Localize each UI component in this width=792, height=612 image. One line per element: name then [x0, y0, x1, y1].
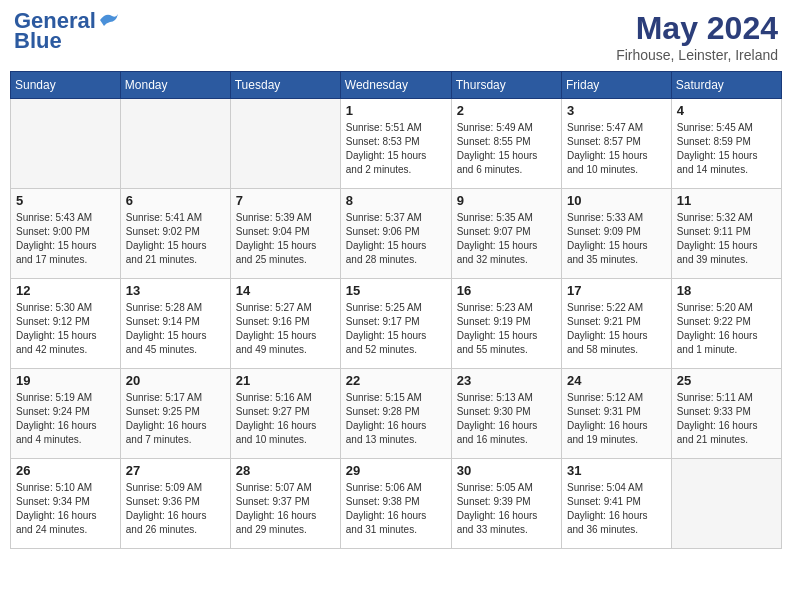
day-number: 5	[16, 193, 115, 208]
calendar-day: 5Sunrise: 5:43 AM Sunset: 9:00 PM Daylig…	[11, 189, 121, 279]
calendar-day: 31Sunrise: 5:04 AM Sunset: 9:41 PM Dayli…	[561, 459, 671, 549]
calendar-day: 19Sunrise: 5:19 AM Sunset: 9:24 PM Dayli…	[11, 369, 121, 459]
day-info: Sunrise: 5:16 AM Sunset: 9:27 PM Dayligh…	[236, 391, 335, 447]
weekday-header-saturday: Saturday	[671, 72, 781, 99]
calendar-day: 11Sunrise: 5:32 AM Sunset: 9:11 PM Dayli…	[671, 189, 781, 279]
day-info: Sunrise: 5:17 AM Sunset: 9:25 PM Dayligh…	[126, 391, 225, 447]
calendar-table: SundayMondayTuesdayWednesdayThursdayFrid…	[10, 71, 782, 549]
day-number: 24	[567, 373, 666, 388]
calendar-day: 10Sunrise: 5:33 AM Sunset: 9:09 PM Dayli…	[561, 189, 671, 279]
calendar-day: 21Sunrise: 5:16 AM Sunset: 9:27 PM Dayli…	[230, 369, 340, 459]
day-number: 6	[126, 193, 225, 208]
day-info: Sunrise: 5:32 AM Sunset: 9:11 PM Dayligh…	[677, 211, 776, 267]
day-number: 13	[126, 283, 225, 298]
day-number: 20	[126, 373, 225, 388]
day-info: Sunrise: 5:19 AM Sunset: 9:24 PM Dayligh…	[16, 391, 115, 447]
day-info: Sunrise: 5:10 AM Sunset: 9:34 PM Dayligh…	[16, 481, 115, 537]
weekday-header-wednesday: Wednesday	[340, 72, 451, 99]
calendar-day: 25Sunrise: 5:11 AM Sunset: 9:33 PM Dayli…	[671, 369, 781, 459]
day-info: Sunrise: 5:43 AM Sunset: 9:00 PM Dayligh…	[16, 211, 115, 267]
day-info: Sunrise: 5:49 AM Sunset: 8:55 PM Dayligh…	[457, 121, 556, 177]
calendar-week-5: 26Sunrise: 5:10 AM Sunset: 9:34 PM Dayli…	[11, 459, 782, 549]
day-info: Sunrise: 5:20 AM Sunset: 9:22 PM Dayligh…	[677, 301, 776, 357]
calendar-day: 13Sunrise: 5:28 AM Sunset: 9:14 PM Dayli…	[120, 279, 230, 369]
weekday-header-friday: Friday	[561, 72, 671, 99]
calendar-week-1: 1Sunrise: 5:51 AM Sunset: 8:53 PM Daylig…	[11, 99, 782, 189]
weekday-header-monday: Monday	[120, 72, 230, 99]
calendar-day: 12Sunrise: 5:30 AM Sunset: 9:12 PM Dayli…	[11, 279, 121, 369]
title-section: May 2024 Firhouse, Leinster, Ireland	[616, 10, 778, 63]
logo: General Blue	[14, 10, 120, 54]
calendar-day: 28Sunrise: 5:07 AM Sunset: 9:37 PM Dayli…	[230, 459, 340, 549]
day-number: 3	[567, 103, 666, 118]
day-info: Sunrise: 5:06 AM Sunset: 9:38 PM Dayligh…	[346, 481, 446, 537]
day-number: 18	[677, 283, 776, 298]
day-info: Sunrise: 5:27 AM Sunset: 9:16 PM Dayligh…	[236, 301, 335, 357]
logo-bird-icon	[98, 10, 120, 28]
day-number: 19	[16, 373, 115, 388]
calendar-day: 22Sunrise: 5:15 AM Sunset: 9:28 PM Dayli…	[340, 369, 451, 459]
day-info: Sunrise: 5:23 AM Sunset: 9:19 PM Dayligh…	[457, 301, 556, 357]
day-number: 16	[457, 283, 556, 298]
calendar-day: 20Sunrise: 5:17 AM Sunset: 9:25 PM Dayli…	[120, 369, 230, 459]
day-info: Sunrise: 5:37 AM Sunset: 9:06 PM Dayligh…	[346, 211, 446, 267]
day-number: 25	[677, 373, 776, 388]
day-number: 22	[346, 373, 446, 388]
calendar-week-2: 5Sunrise: 5:43 AM Sunset: 9:00 PM Daylig…	[11, 189, 782, 279]
day-info: Sunrise: 5:47 AM Sunset: 8:57 PM Dayligh…	[567, 121, 666, 177]
calendar-day: 9Sunrise: 5:35 AM Sunset: 9:07 PM Daylig…	[451, 189, 561, 279]
day-number: 17	[567, 283, 666, 298]
calendar-day: 4Sunrise: 5:45 AM Sunset: 8:59 PM Daylig…	[671, 99, 781, 189]
day-number: 14	[236, 283, 335, 298]
day-number: 11	[677, 193, 776, 208]
day-number: 21	[236, 373, 335, 388]
month-year-title: May 2024	[616, 10, 778, 47]
calendar-day: 23Sunrise: 5:13 AM Sunset: 9:30 PM Dayli…	[451, 369, 561, 459]
day-number: 31	[567, 463, 666, 478]
day-info: Sunrise: 5:05 AM Sunset: 9:39 PM Dayligh…	[457, 481, 556, 537]
day-info: Sunrise: 5:22 AM Sunset: 9:21 PM Dayligh…	[567, 301, 666, 357]
calendar-day: 18Sunrise: 5:20 AM Sunset: 9:22 PM Dayli…	[671, 279, 781, 369]
calendar-day: 8Sunrise: 5:37 AM Sunset: 9:06 PM Daylig…	[340, 189, 451, 279]
calendar-week-3: 12Sunrise: 5:30 AM Sunset: 9:12 PM Dayli…	[11, 279, 782, 369]
day-info: Sunrise: 5:09 AM Sunset: 9:36 PM Dayligh…	[126, 481, 225, 537]
day-number: 15	[346, 283, 446, 298]
day-info: Sunrise: 5:45 AM Sunset: 8:59 PM Dayligh…	[677, 121, 776, 177]
day-number: 23	[457, 373, 556, 388]
day-info: Sunrise: 5:13 AM Sunset: 9:30 PM Dayligh…	[457, 391, 556, 447]
day-info: Sunrise: 5:07 AM Sunset: 9:37 PM Dayligh…	[236, 481, 335, 537]
location-subtitle: Firhouse, Leinster, Ireland	[616, 47, 778, 63]
day-info: Sunrise: 5:51 AM Sunset: 8:53 PM Dayligh…	[346, 121, 446, 177]
page-header: General Blue May 2024 Firhouse, Leinster…	[10, 10, 782, 63]
day-number: 10	[567, 193, 666, 208]
day-number: 27	[126, 463, 225, 478]
day-number: 28	[236, 463, 335, 478]
weekday-header-tuesday: Tuesday	[230, 72, 340, 99]
calendar-day: 6Sunrise: 5:41 AM Sunset: 9:02 PM Daylig…	[120, 189, 230, 279]
day-number: 7	[236, 193, 335, 208]
calendar-day	[11, 99, 121, 189]
calendar-day	[230, 99, 340, 189]
day-info: Sunrise: 5:28 AM Sunset: 9:14 PM Dayligh…	[126, 301, 225, 357]
day-number: 8	[346, 193, 446, 208]
day-number: 2	[457, 103, 556, 118]
day-number: 12	[16, 283, 115, 298]
day-number: 26	[16, 463, 115, 478]
calendar-day: 29Sunrise: 5:06 AM Sunset: 9:38 PM Dayli…	[340, 459, 451, 549]
day-number: 29	[346, 463, 446, 478]
weekday-header-row: SundayMondayTuesdayWednesdayThursdayFrid…	[11, 72, 782, 99]
day-info: Sunrise: 5:30 AM Sunset: 9:12 PM Dayligh…	[16, 301, 115, 357]
calendar-day: 16Sunrise: 5:23 AM Sunset: 9:19 PM Dayli…	[451, 279, 561, 369]
day-info: Sunrise: 5:25 AM Sunset: 9:17 PM Dayligh…	[346, 301, 446, 357]
day-info: Sunrise: 5:04 AM Sunset: 9:41 PM Dayligh…	[567, 481, 666, 537]
day-info: Sunrise: 5:11 AM Sunset: 9:33 PM Dayligh…	[677, 391, 776, 447]
day-number: 30	[457, 463, 556, 478]
calendar-day: 15Sunrise: 5:25 AM Sunset: 9:17 PM Dayli…	[340, 279, 451, 369]
day-info: Sunrise: 5:41 AM Sunset: 9:02 PM Dayligh…	[126, 211, 225, 267]
calendar-day: 24Sunrise: 5:12 AM Sunset: 9:31 PM Dayli…	[561, 369, 671, 459]
day-info: Sunrise: 5:15 AM Sunset: 9:28 PM Dayligh…	[346, 391, 446, 447]
day-info: Sunrise: 5:12 AM Sunset: 9:31 PM Dayligh…	[567, 391, 666, 447]
day-number: 9	[457, 193, 556, 208]
weekday-header-thursday: Thursday	[451, 72, 561, 99]
calendar-day: 30Sunrise: 5:05 AM Sunset: 9:39 PM Dayli…	[451, 459, 561, 549]
